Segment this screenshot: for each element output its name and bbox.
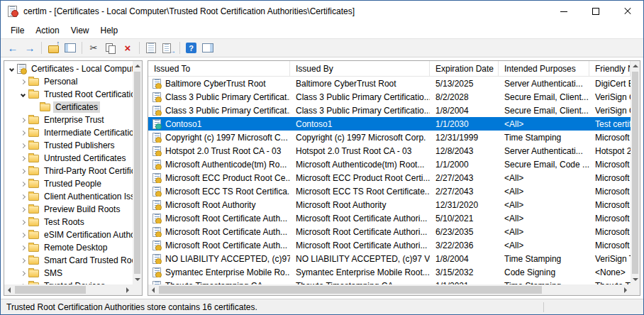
back-icon[interactable]: ← <box>5 40 21 56</box>
tree-vscroll-thumb[interactable] <box>134 72 140 274</box>
tree-item-enterprise-trust[interactable]: Enterprise Trust <box>4 114 133 126</box>
certificate-row[interactable]: Microsoft ECC Product Root Ce...Microsof… <box>148 171 631 184</box>
menu-item-help[interactable]: Help <box>95 23 124 38</box>
tree-item-sms[interactable]: SMS <box>4 267 133 280</box>
certificate-row[interactable]: Microsoft Root Certificate Auth...Micros… <box>148 225 631 238</box>
list-vertical-scrollbar[interactable] <box>631 61 640 284</box>
menu-item-file[interactable]: File <box>5 23 30 38</box>
export-list-icon[interactable] <box>160 40 176 56</box>
tree-item-third-party-root-certifica[interactable]: Third-Party Root Certifica <box>4 165 133 177</box>
scroll-right-arrow-icon[interactable] <box>123 284 133 295</box>
list-vscroll-thumb[interactable] <box>632 72 638 274</box>
expand-chevron-icon[interactable] <box>18 246 27 250</box>
certificate-row[interactable]: Class 3 Public Primary Certificat...Clas… <box>148 104 631 117</box>
expand-chevron-icon[interactable] <box>18 208 27 211</box>
tree-item-preview-build-roots[interactable]: Preview Build Roots <box>4 203 133 216</box>
tree-item-untrusted-certificates[interactable]: Untrusted Certificates <box>4 152 133 165</box>
expand-chevron-icon[interactable] <box>18 170 27 173</box>
expand-chevron-icon[interactable] <box>18 182 27 186</box>
tree-item-remote-desktop[interactable]: Remote Desktop <box>4 241 133 254</box>
column-header-friendly[interactable]: Friendly N <box>589 61 631 76</box>
list-horizontal-scrollbar[interactable] <box>148 284 631 295</box>
cell-intended-purposes: Time Stamping <box>499 133 589 143</box>
certificate-row[interactable]: Microsoft Root Certificate Auth...Micros… <box>148 238 631 252</box>
copy-icon[interactable] <box>103 40 118 56</box>
scroll-down-arrow-icon[interactable] <box>631 275 640 284</box>
tree-item-test-roots[interactable]: Test Roots <box>4 216 133 228</box>
column-header-issued_by[interactable]: Issued By <box>290 61 430 76</box>
certificate-row[interactable]: Contoso1Contoso11/1/2030<All>Test certif <box>148 117 631 131</box>
expand-chevron-icon[interactable] <box>18 118 27 122</box>
tree-item-trusted-people[interactable]: Trusted People <box>4 177 133 190</box>
minimize-button[interactable] <box>548 1 579 22</box>
certificate-row[interactable]: Microsoft ECC TS Root Certifica...Micros… <box>148 184 631 198</box>
folder-icon <box>28 270 39 277</box>
cell-issued-by: Microsoft ECC TS Root Certificate... <box>290 187 430 197</box>
scroll-left-arrow-icon[interactable] <box>4 284 14 295</box>
forward-icon[interactable]: → <box>22 40 38 56</box>
menu-item-action[interactable]: Action <box>30 23 65 38</box>
certificate-row[interactable]: Microsoft Root Certificate Auth...Micros… <box>148 211 631 225</box>
menu-item-view[interactable]: View <box>65 23 95 38</box>
scroll-down-arrow-icon[interactable] <box>133 275 142 284</box>
collapse-chevron-icon[interactable] <box>7 67 16 71</box>
certificate-row[interactable]: Baltimore CyberTrust RootBaltimore Cyber… <box>148 77 631 90</box>
expand-chevron-icon[interactable] <box>18 221 27 224</box>
tree-hscroll-thumb[interactable] <box>15 286 86 294</box>
cell-issued-to: Microsoft Root Certificate Auth... <box>148 214 290 223</box>
help-icon[interactable]: ? <box>186 43 196 53</box>
scroll-up-arrow-icon[interactable] <box>133 61 142 71</box>
certificate-row[interactable]: Hotspot 2.0 Trust Root CA - 03Hotspot 2.… <box>148 144 631 158</box>
tree-item-esim-certification-authori[interactable]: eSIM Certification Authori <box>4 228 133 241</box>
tree-item-intermediate-certification[interactable]: Intermediate Certification <box>4 126 133 139</box>
expand-chevron-icon[interactable] <box>18 195 27 199</box>
cell-intended-purposes: <All> <box>499 200 589 210</box>
scroll-right-arrow-icon[interactable] <box>621 284 631 295</box>
tree-item-trusted-publishers[interactable]: Trusted Publishers <box>4 139 133 152</box>
close-button[interactable] <box>611 1 643 22</box>
certificate-row[interactable]: Symantec Enterprise Mobile Ro...Symantec… <box>148 265 631 279</box>
expand-chevron-icon[interactable] <box>18 157 27 160</box>
tree-horizontal-scrollbar[interactable] <box>4 284 133 295</box>
tree-item-trusted-devices[interactable]: Trusted Devices <box>4 280 133 284</box>
expand-chevron-icon[interactable] <box>18 233 27 237</box>
column-header-expiration[interactable]: Expiration Date <box>430 61 499 76</box>
maximize-button[interactable] <box>579 1 611 22</box>
folder-icon <box>28 206 39 214</box>
scroll-left-arrow-icon[interactable] <box>148 284 158 295</box>
tree-item-personal[interactable]: Personal <box>4 75 133 88</box>
certificate-row[interactable]: Microsoft Root AuthorityMicrosoft Root A… <box>148 198 631 211</box>
delete-icon[interactable]: × <box>120 40 135 56</box>
expand-chevron-icon[interactable] <box>18 259 27 262</box>
expand-chevron-icon[interactable] <box>18 131 27 135</box>
show-action-pane-icon[interactable] <box>200 40 216 56</box>
certificate-row[interactable]: Thawte Timestamping CAThawte Timestampin… <box>148 279 631 284</box>
up-one-level-icon[interactable] <box>45 40 61 56</box>
certificate-row[interactable]: Microsoft Authenticode(tm) Ro...Microsof… <box>148 158 631 171</box>
toolbar-separator <box>179 42 180 54</box>
certificate-icon <box>152 146 161 156</box>
column-header-issued_to[interactable]: Issued To <box>148 61 290 76</box>
show-console-tree-icon[interactable] <box>62 40 78 56</box>
collapse-chevron-icon[interactable] <box>18 93 27 96</box>
column-header-purposes[interactable]: Intended Purposes <box>499 61 589 76</box>
tree-vertical-scrollbar[interactable] <box>133 61 142 284</box>
tree-item-certificates[interactable]: Certificates <box>4 101 133 114</box>
tree-item-trusted-root-certification[interactable]: Trusted Root Certification <box>4 88 133 101</box>
properties-icon[interactable] <box>143 40 159 56</box>
certificate-row[interactable]: Class 3 Public Primary Certificat...Clas… <box>148 90 631 104</box>
certificate-row[interactable]: NO LIABILITY ACCEPTED, (c)97 ...NO LIABI… <box>148 252 631 265</box>
tree-item-certificates-local-computer[interactable]: Certificates - Local Computer <box>4 62 133 75</box>
expand-chevron-icon[interactable] <box>18 144 27 148</box>
folder-icon <box>28 167 39 175</box>
expand-chevron-icon[interactable] <box>18 80 27 84</box>
list-hscroll-thumb[interactable] <box>159 286 542 294</box>
list-header: Issued ToIssued ByExpiration DateIntende… <box>148 61 631 77</box>
certificate-row[interactable]: Copyright (c) 1997 Microsoft C...Copyrig… <box>148 131 631 144</box>
scroll-up-arrow-icon[interactable] <box>631 61 640 71</box>
cut-icon[interactable]: ✂ <box>86 40 101 56</box>
tree-item-smart-card-trusted-roots[interactable]: Smart Card Trusted Roots <box>4 254 133 267</box>
tree-item-client-authentication-issu[interactable]: Client Authentication Issu <box>4 190 133 203</box>
expand-chevron-icon[interactable] <box>18 272 27 275</box>
cell-issued-by: Microsoft Root Certificate Authori... <box>290 214 430 223</box>
